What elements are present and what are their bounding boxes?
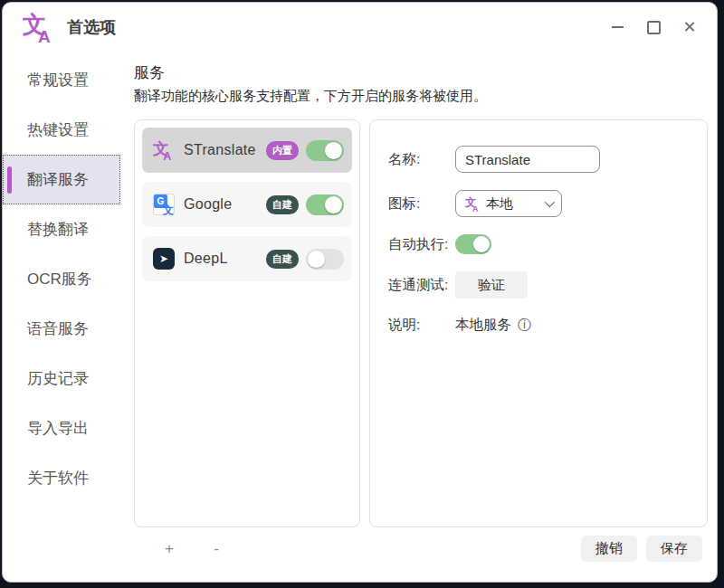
titlebar[interactable]: 文 A 首选项 ✕ [3, 3, 717, 52]
close-icon: ✕ [682, 19, 696, 35]
sidebar-item-label: 热键设置 [27, 119, 89, 140]
sidebar-item-replace-translate[interactable]: 替换翻译 [3, 204, 120, 254]
connectivity-test-row: 连通测试: 验证 [388, 271, 689, 299]
window-controls: ✕ [603, 13, 704, 42]
sidebar-item-ocr[interactable]: OCR服务 [3, 254, 120, 304]
service-enable-toggle[interactable] [306, 140, 344, 161]
save-button[interactable]: 保存 [646, 536, 702, 562]
service-badge: 自建 [266, 195, 299, 214]
minimize-icon [612, 26, 624, 28]
service-row-deepl[interactable]: ➤ DeepL 自建 [142, 236, 352, 281]
sidebar: 常规设置 热键设置 翻译服务 替换翻译 OCR服务 语音服务 [3, 52, 120, 582]
service-row-google[interactable]: G 文 Google 自建 [142, 182, 352, 227]
page-title: 服务 [134, 62, 708, 83]
remove-service-button[interactable]: - [206, 538, 226, 558]
add-service-button[interactable]: + [159, 538, 179, 558]
chevron-down-icon [545, 197, 555, 207]
service-enable-toggle[interactable] [306, 249, 344, 270]
page-subtitle: 翻译功能的核心服务支持配置，下方开启的服务将被使用。 [134, 88, 708, 105]
service-name: STranslate [184, 142, 266, 158]
auto-execute-toggle[interactable] [455, 234, 491, 254]
google-translate-icon: G 文 [153, 194, 175, 215]
sidebar-item-tts[interactable]: 语音服务 [3, 304, 120, 354]
service-badge: 内置 [266, 141, 299, 160]
selected-indicator-bar [7, 166, 12, 194]
sidebar-item-translate-services[interactable]: 翻译服务 [3, 155, 120, 204]
toggle-knob [325, 196, 342, 213]
close-button[interactable]: ✕ [675, 13, 704, 42]
icon-select[interactable]: 文 A 本地 [455, 190, 562, 217]
sidebar-item-label: 导入导出 [27, 418, 89, 439]
google-wen-glyph: 文 [163, 204, 174, 215]
description-label: 说明: [388, 316, 455, 335]
svg-text:A: A [163, 150, 171, 161]
sidebar-item-label: 翻译服务 [27, 169, 89, 190]
service-name-input[interactable] [455, 146, 600, 173]
toggle-knob [308, 251, 325, 268]
main-content: 服务 翻译功能的核心服务支持配置，下方开启的服务将被使用。 文 A STrans… [120, 52, 717, 582]
service-list-panel: 文 A STranslate 内置 G 文 [134, 119, 360, 527]
maximize-button[interactable] [639, 13, 668, 42]
sidebar-item-history[interactable]: 历史记录 [3, 354, 120, 403]
minimize-button[interactable] [603, 13, 632, 42]
svg-text:A: A [38, 27, 51, 43]
icon-row: 图标: 文 A 本地 [388, 190, 689, 217]
sidebar-item-label: 关于软件 [27, 468, 89, 488]
service-badge: 自建 [266, 250, 299, 269]
service-list-actions: + - [134, 538, 360, 558]
deepl-arrow-glyph: ➤ [159, 252, 168, 265]
window-title: 首选项 [67, 16, 116, 38]
sidebar-item-label: 替换翻译 [27, 219, 89, 240]
sidebar-item-about[interactable]: 关于软件 [3, 453, 120, 503]
service-enable-toggle[interactable] [306, 194, 344, 215]
sidebar-item-label: 常规设置 [27, 70, 89, 90]
undo-button[interactable]: 撤销 [581, 536, 637, 562]
sidebar-item-hotkeys[interactable]: 热键设置 [3, 105, 120, 155]
maximize-icon [647, 21, 661, 34]
auto-execute-label: 自动执行: [388, 235, 455, 254]
footer: + - 撤销 保存 [134, 527, 708, 569]
description-row: 说明: 本地服务 ⓘ [388, 316, 689, 335]
app-logo-icon: 文 A [23, 11, 55, 43]
toggle-knob [325, 142, 342, 159]
icon-label: 图标: [388, 194, 455, 213]
sidebar-item-import-export[interactable]: 导入导出 [3, 403, 120, 453]
toggle-knob [473, 236, 490, 252]
svg-text:A: A [472, 204, 479, 211]
stranslate-icon: 文 A [465, 196, 481, 212]
stranslate-icon: 文 A [153, 139, 175, 161]
info-icon[interactable]: ⓘ [518, 317, 531, 334]
service-name: Google [184, 196, 266, 213]
name-label: 名称: [388, 150, 455, 169]
auto-execute-row: 自动执行: [388, 234, 689, 254]
service-detail-panel: 名称: 图标: 文 A 本地 [369, 119, 708, 527]
sidebar-item-label: 历史记录 [27, 368, 89, 389]
sidebar-item-general[interactable]: 常规设置 [3, 55, 120, 105]
preferences-window: 文 A 首选项 ✕ 常规设置 热键设置 [2, 2, 718, 583]
description-value: 本地服务 [455, 316, 511, 335]
name-row: 名称: [388, 146, 689, 173]
sidebar-item-label: OCR服务 [27, 269, 92, 289]
deepl-icon: ➤ [153, 248, 175, 270]
footer-actions: 撤销 保存 [581, 536, 708, 562]
service-row-stranslate[interactable]: 文 A STranslate 内置 [142, 128, 352, 173]
service-name: DeepL [184, 251, 266, 267]
verify-button[interactable]: 验证 [455, 271, 528, 299]
icon-select-value: 本地 [486, 195, 513, 213]
connectivity-test-label: 连通测试: [388, 276, 455, 295]
sidebar-item-label: 语音服务 [27, 318, 89, 339]
